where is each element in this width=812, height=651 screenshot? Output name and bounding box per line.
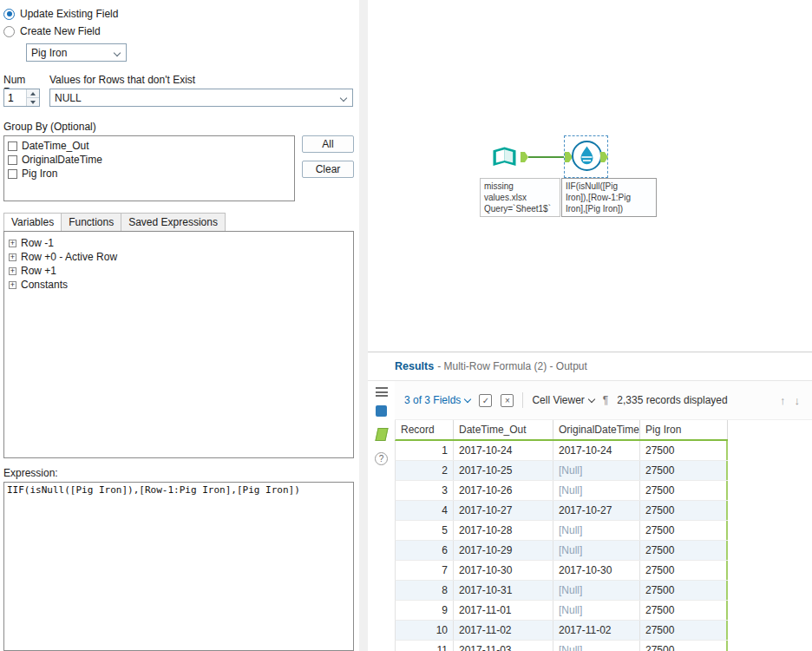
tree-item-label: Constants: [21, 279, 68, 291]
num-rows-input[interactable]: [4, 89, 26, 106]
table-cell[interactable]: 2017-10-26: [454, 481, 553, 500]
spin-up-button[interactable]: [27, 89, 39, 97]
table-cell[interactable]: 27500: [640, 541, 728, 560]
tab-saved-expressions[interactable]: Saved Expressions: [121, 213, 226, 231]
num-rows-stepper[interactable]: [3, 89, 40, 107]
group-by-option-pig-iron[interactable]: Pig Iron: [8, 167, 291, 181]
tree-item-constants[interactable]: + Constants: [6, 278, 351, 292]
table-cell[interactable]: 2017-10-25: [454, 461, 553, 480]
table-cell[interactable]: 27500: [640, 601, 728, 620]
table-cell[interactable]: 6: [396, 541, 454, 560]
scroll-up-icon[interactable]: ↑: [780, 394, 786, 407]
table-row: 52017-10-28[Null]27500: [395, 521, 728, 541]
results-panel: Results - Multi-Row Formula (2) - Output…: [368, 352, 812, 651]
table-cell[interactable]: 2017-10-30: [553, 561, 640, 580]
values-dropdown[interactable]: NULL: [49, 89, 353, 107]
table-cell[interactable]: 2017-11-01: [454, 601, 553, 620]
group-by-option-datetime-out[interactable]: DateTime_Out: [8, 139, 291, 153]
table-cell[interactable]: 27500: [640, 561, 728, 580]
tree-item-row-plus-1[interactable]: + Row +1: [6, 264, 351, 278]
table-cell[interactable]: 2: [396, 461, 454, 480]
table-cell[interactable]: 27500: [640, 521, 728, 540]
table-cell[interactable]: 2017-10-24: [454, 441, 553, 460]
tab-variables[interactable]: Variables: [3, 213, 62, 231]
radio-unselected-icon: [3, 26, 15, 37]
tab-functions[interactable]: Functions: [61, 213, 121, 231]
table-cell[interactable]: 27500: [640, 621, 728, 640]
table-cell[interactable]: 2017-10-30: [454, 561, 553, 580]
radio-create-new-field[interactable]: Create New Field: [3, 23, 354, 40]
fields-dropdown[interactable]: 3 of 3 Fields: [404, 394, 470, 406]
table-cell[interactable]: 2017-11-03: [454, 641, 553, 651]
table-cell[interactable]: 2017-10-27: [454, 501, 553, 520]
field-dropdown[interactable]: Pig Iron: [26, 43, 127, 62]
metadata-view-icon[interactable]: [376, 405, 387, 417]
table-cell[interactable]: 2017-10-27: [553, 501, 640, 520]
table-cell[interactable]: 7: [396, 561, 454, 580]
tree-item-row-0-active[interactable]: + Row +0 - Active Row: [6, 250, 351, 264]
results-title: Results: [395, 360, 434, 372]
table-cell[interactable]: 8: [396, 581, 454, 600]
panel-splitter[interactable]: [359, 0, 368, 651]
table-cell[interactable]: 2017-11-02: [454, 621, 553, 640]
table-cell[interactable]: 27500: [640, 501, 728, 520]
table-cell[interactable]: 4: [396, 501, 454, 520]
table-cell[interactable]: 5: [396, 521, 454, 540]
expand-plus-icon[interactable]: +: [9, 253, 16, 261]
radio-update-existing-field[interactable]: Update Existing Field: [3, 5, 354, 23]
input-tool-output-anchor[interactable]: [521, 152, 528, 162]
table-cell[interactable]: 2017-10-28: [454, 521, 553, 540]
radio-selected-icon: [3, 9, 15, 20]
tree-item-row-minus-1[interactable]: + Row -1: [6, 236, 351, 250]
expand-plus-icon[interactable]: +: [9, 281, 16, 289]
table-cell[interactable]: 1: [396, 441, 454, 460]
table-cell[interactable]: 3: [396, 481, 454, 500]
table-cell[interactable]: [Null]: [553, 541, 640, 560]
output-anchor-icon[interactable]: [375, 428, 388, 441]
table-cell[interactable]: 10: [396, 621, 454, 640]
column-header-originaldatetime[interactable]: OriginalDateTime: [553, 420, 640, 439]
expand-plus-icon[interactable]: +: [9, 240, 16, 247]
table-cell[interactable]: 27500: [640, 581, 728, 600]
expand-plus-icon[interactable]: +: [9, 267, 16, 275]
table-cell[interactable]: 27500: [640, 441, 728, 460]
table-cell[interactable]: 11: [396, 641, 454, 651]
input-data-tool[interactable]: [490, 142, 519, 174]
column-header-datetime-out[interactable]: DateTime_Out: [454, 420, 553, 439]
table-cell[interactable]: [Null]: [553, 481, 640, 500]
table-cell[interactable]: [Null]: [553, 641, 640, 651]
list-view-icon[interactable]: [376, 387, 388, 397]
whitespace-toggle-icon[interactable]: ¶: [603, 394, 608, 406]
workflow-canvas[interactable]: missing values.xlsx Query=`Sheet1$` IIF(…: [368, 0, 812, 352]
expression-input[interactable]: IIF(isNull([Pig Iron]),[Row-1:Pig Iron],…: [3, 482, 354, 651]
connection-line[interactable]: [528, 156, 564, 158]
table-cell[interactable]: 9: [396, 601, 454, 620]
multirow-formula-icon: [571, 140, 603, 172]
table-cell[interactable]: [Null]: [553, 521, 640, 540]
table-cell[interactable]: 2017-10-29: [454, 541, 553, 560]
deselect-fields-icon[interactable]: ×: [501, 394, 514, 407]
all-button[interactable]: All: [302, 135, 354, 153]
table-cell[interactable]: [Null]: [553, 461, 640, 480]
results-table: Record DateTime_Out OriginalDateTime Pig…: [395, 420, 812, 651]
table-cell[interactable]: 2017-11-02: [553, 621, 640, 640]
table-cell[interactable]: 2017-10-24: [553, 441, 640, 460]
clear-button[interactable]: Clear: [302, 161, 354, 178]
table-cell[interactable]: 27500: [640, 641, 728, 651]
column-header-record[interactable]: Record: [396, 420, 454, 439]
multirow-formula-tool[interactable]: [571, 140, 603, 174]
table-cell[interactable]: 27500: [640, 461, 728, 480]
table-cell[interactable]: 2017-10-31: [454, 581, 553, 600]
select-fields-icon[interactable]: ✓: [479, 394, 492, 407]
scroll-down-icon[interactable]: ↓: [795, 394, 801, 407]
table-cell[interactable]: 27500: [640, 481, 728, 500]
formula-tool-annotation[interactable]: IIF(isNull([Pig Iron]),[Row-1:Pig Iron],…: [561, 178, 657, 217]
table-cell[interactable]: [Null]: [553, 601, 640, 620]
cell-viewer-dropdown[interactable]: Cell Viewer: [532, 394, 593, 406]
table-cell[interactable]: [Null]: [553, 581, 640, 600]
help-icon[interactable]: ?: [375, 452, 388, 465]
group-by-option-originaldatetime[interactable]: OriginalDateTime: [8, 153, 291, 167]
spin-down-button[interactable]: [27, 97, 39, 106]
column-header-pig-iron[interactable]: Pig Iron: [640, 420, 728, 439]
input-tool-annotation[interactable]: missing values.xlsx Query=`Sheet1$`: [480, 178, 560, 217]
